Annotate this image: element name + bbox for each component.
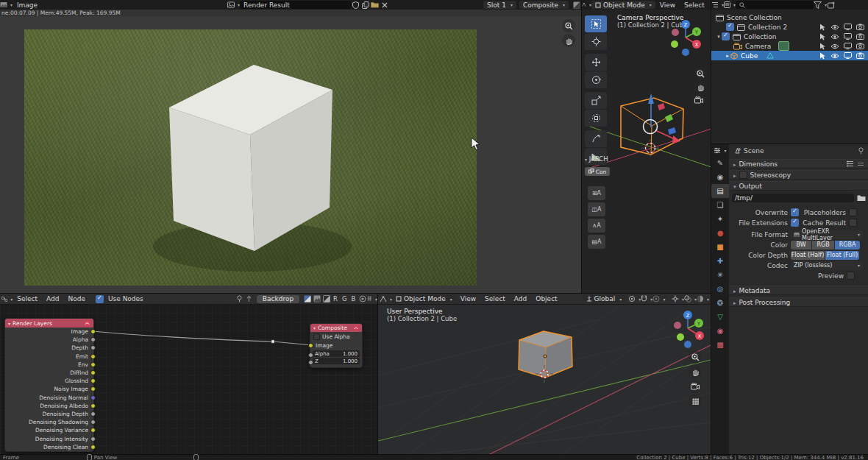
outliner-row-collection2[interactable]: Collection 2 — [711, 22, 868, 32]
image-browse-button[interactable] — [227, 1, 240, 9]
rotate-tool[interactable] — [585, 71, 607, 88]
modifier-properties-tab[interactable]: ✚ — [711, 254, 729, 268]
composite-node-header[interactable]: ▾ Composite — [310, 324, 362, 332]
render-layers-node-header[interactable]: ▾ Render Layers — [5, 319, 93, 328]
editor-type-button[interactable] — [582, 1, 591, 9]
output-socket[interactable] — [90, 337, 96, 342]
hide-eye-icon[interactable] — [830, 43, 839, 49]
cache-result-checkbox[interactable] — [849, 219, 857, 227]
menu-object[interactable]: Object — [531, 295, 561, 302]
overwrite-checkbox[interactable] — [791, 208, 799, 216]
mode-select[interactable]: Object Mode — [392, 295, 456, 303]
image-editor-canvas[interactable] — [0, 16, 581, 293]
pan-icon[interactable] — [694, 80, 707, 93]
image-name-field[interactable]: Render Result — [240, 1, 351, 9]
move-tool[interactable] — [585, 54, 607, 71]
selectable-icon[interactable] — [819, 43, 826, 50]
channel-b-button[interactable]: B — [349, 295, 358, 302]
backdrop-channel-color-button[interactable] — [312, 295, 321, 303]
backdrop-channel-alpha-button[interactable] — [321, 295, 331, 303]
viewport-disable-icon[interactable] — [844, 43, 852, 49]
color-rgba-button[interactable]: RGBA — [835, 241, 860, 250]
menu-add[interactable]: Add — [42, 295, 63, 302]
render-disable-icon[interactable] — [856, 24, 864, 30]
navigation-gizmo[interactable]: Z Y X — [672, 308, 706, 349]
output-socket[interactable] — [90, 403, 96, 408]
world-properties-tab[interactable]: ● — [711, 226, 729, 240]
viewport-top[interactable]: Camera Perspective (1) Collection 2 | Cu… — [581, 10, 711, 293]
stereoscopy-checkbox[interactable] — [739, 171, 747, 179]
camera-view-icon[interactable] — [692, 93, 705, 107]
scale-tool[interactable] — [585, 92, 607, 109]
menu-select[interactable]: Select — [680, 1, 709, 9]
constraints-properties-tab[interactable]: ❂ — [711, 296, 729, 310]
codec-select[interactable]: ZIP (lossless) — [791, 261, 863, 270]
drag-handle-icon[interactable] — [857, 162, 864, 166]
editor-type-button[interactable] — [1, 295, 13, 303]
pass-select[interactable]: Composite — [519, 1, 569, 9]
hide-eye-icon[interactable] — [830, 34, 839, 40]
z-value-slider[interactable]: Z 1.000 — [313, 358, 360, 364]
filter-button[interactable] — [814, 1, 827, 9]
collection-checkbox[interactable] — [722, 32, 730, 40]
editor-type-button[interactable] — [711, 1, 724, 9]
menu-select[interactable]: Select — [13, 295, 42, 302]
editor-type-button[interactable] — [711, 144, 729, 156]
scene-properties-tab[interactable]: ✦ — [711, 212, 729, 226]
gizmos-toggle-button[interactable] — [672, 295, 684, 303]
float-full-button[interactable]: Float (Full) — [825, 251, 859, 260]
zoom-icon[interactable] — [694, 67, 707, 80]
menu-node[interactable]: Node — [63, 295, 90, 302]
node-canvas[interactable]: ▾ Render Layers Image Alpha — [0, 305, 377, 455]
color-rgb-button[interactable]: RGB — [812, 241, 834, 250]
overlay-toggle-button[interactable] — [357, 295, 367, 303]
output-socket[interactable] — [90, 411, 96, 417]
new-image-button[interactable] — [360, 1, 370, 9]
display-channels-button[interactable] — [572, 1, 581, 9]
output-socket[interactable] — [90, 445, 96, 450]
overlays-toggle-button[interactable] — [684, 295, 697, 303]
jarch-button-4[interactable]: ▤A — [588, 235, 605, 249]
outliner-row-camera[interactable]: Camera — [711, 41, 868, 51]
alpha-value-slider[interactable]: Alpha 1.000 — [313, 350, 360, 357]
zoom-icon[interactable] — [689, 350, 702, 364]
output-properties-tab[interactable]: ▤ — [711, 184, 729, 198]
snapping-button[interactable] — [367, 295, 377, 303]
transform-tool[interactable] — [585, 110, 607, 127]
render-properties-tab[interactable]: ◉ — [711, 170, 729, 184]
toggle-grid-icon[interactable] — [689, 394, 702, 408]
output-socket[interactable] — [90, 420, 96, 425]
panel-stereoscopy[interactable]: Stereoscopy — [729, 170, 868, 180]
proportional-edit-button[interactable] — [652, 295, 665, 303]
unlink-image-button[interactable] — [380, 1, 389, 9]
camera-view-icon[interactable] — [689, 380, 702, 393]
browse-path-button[interactable] — [856, 194, 866, 202]
menu-view[interactable]: View — [655, 1, 680, 9]
jarch-con-button[interactable]: Con — [585, 167, 610, 176]
go-parent-button[interactable] — [244, 295, 254, 303]
new-collection-button[interactable] — [827, 1, 836, 9]
file-extensions-checkbox[interactable] — [791, 219, 799, 227]
shading-mode-button[interactable] — [697, 295, 709, 303]
presets-icon[interactable] — [846, 160, 854, 167]
float-half-button[interactable]: Float (Half) — [791, 251, 825, 260]
panel-metadata[interactable]: Metadata — [729, 286, 868, 295]
selectable-icon[interactable] — [819, 24, 826, 31]
output-socket[interactable] — [90, 386, 96, 392]
render-disable-icon[interactable] — [856, 43, 864, 49]
viewport-disable-icon[interactable] — [844, 24, 852, 30]
open-image-button[interactable] — [370, 1, 380, 9]
placeholders-checkbox[interactable] — [849, 208, 857, 216]
data-properties-tab[interactable]: ▽ — [711, 310, 729, 324]
color-bw-button[interactable]: BW — [791, 241, 811, 250]
panel-dimensions[interactable]: Dimensions — [729, 159, 868, 169]
collection2-checkbox[interactable] — [726, 23, 734, 31]
outliner-row-scene-collection[interactable]: Scene Collection — [711, 13, 868, 22]
output-socket[interactable] — [90, 345, 96, 350]
pan-icon[interactable] — [689, 365, 702, 378]
texture-properties-tab[interactable]: ▩ — [711, 338, 729, 352]
pin-icon[interactable] — [858, 147, 864, 155]
panel-post-processing[interactable]: Post Processing — [729, 297, 868, 307]
breadcrumb-scene[interactable]: Scene — [744, 147, 764, 155]
navigation-gizmo[interactable]: Z Y X — [669, 15, 702, 57]
